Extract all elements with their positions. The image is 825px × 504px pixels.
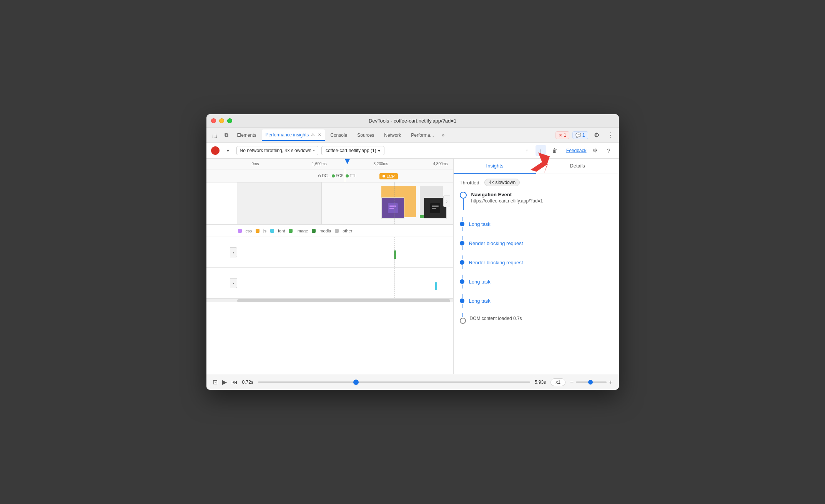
url-dropdown[interactable]: coffee-cart.netlify.app (1) ▾ [321, 146, 384, 155]
lcp-visual-section: › [206, 182, 453, 225]
other-legend-label: other [343, 229, 352, 233]
playback-slider[interactable] [258, 381, 530, 383]
tab-performance-insights[interactable]: Performance insights ⚠ ✕ [262, 129, 325, 141]
dom-content-loaded-label: DOM content loaded 0.7s [470, 316, 522, 321]
long-task-3-link[interactable]: Long task [469, 298, 491, 304]
error-badge[interactable]: ✕ 1 [556, 131, 569, 139]
nav-event-circle [460, 192, 467, 199]
help-icon[interactable]: ? [604, 145, 614, 156]
nav-event-content: Navigation Event https://coffee-cart.net… [471, 192, 613, 210]
insight-long-task-3: Long task [460, 294, 613, 308]
play-button[interactable]: ▶ [222, 378, 227, 386]
close-button[interactable] [211, 118, 216, 123]
render-blocking-2-link[interactable]: Render blocking request [469, 260, 523, 265]
tab-details[interactable]: Details [536, 159, 619, 174]
download-icon[interactable]: ↓ [536, 145, 546, 156]
dot-line-5 [460, 294, 464, 308]
dashed-line [394, 182, 394, 224]
feedback-link[interactable]: Feedback [566, 148, 587, 153]
svg-rect-3 [389, 208, 394, 209]
insight-render-blocking-2: Render blocking request [460, 255, 613, 269]
time-end-label: 5.93s [535, 380, 546, 385]
css-legend-label: css [246, 229, 252, 233]
record-button[interactable] [211, 146, 220, 155]
dcl-label: DCL [322, 174, 330, 178]
settings-button[interactable]: ⚙ [591, 130, 602, 141]
skip-start-button[interactable]: ⏮ [231, 379, 238, 386]
nav-event: Navigation Event https://coffee-cart.net… [460, 192, 613, 210]
insight-render-blocking-1: Render blocking request [460, 236, 613, 250]
error-icon: ✕ [559, 133, 562, 138]
expand-right-arrow[interactable]: › [443, 196, 450, 207]
tab-insights[interactable]: Insights [454, 159, 536, 174]
ruler-3200ms: 3,200ms [374, 162, 388, 166]
slider-thumb[interactable] [353, 380, 359, 385]
bottom-bar: ⊡ ▶ ⏮ 0.72s 5.93s x1 − + [206, 374, 619, 390]
dcl-marker: ⊙ DCL [318, 174, 330, 178]
sidebar-content: Throttled: 4× slowdown Navigation Event … [454, 174, 619, 374]
fcp-dot [332, 174, 335, 177]
markers-group: ⊙ DCL FCP TTI [318, 174, 356, 178]
record-dropdown[interactable]: ▾ [223, 145, 233, 156]
network-legend: css js font image media other [206, 225, 453, 237]
zoom-track[interactable] [576, 381, 607, 383]
minimize-button[interactable] [219, 118, 224, 123]
dot-line-1 [460, 217, 464, 231]
timeline-scrollbar[interactable] [206, 298, 453, 302]
tab-overflow-button[interactable]: » [439, 132, 447, 138]
slider-track[interactable] [258, 381, 530, 383]
message-icon: 💬 [576, 133, 581, 138]
expand-left-2[interactable]: › [230, 278, 237, 288]
delete-icon[interactable]: 🗑 [549, 145, 560, 156]
tab-network[interactable]: Network [379, 129, 406, 141]
settings-icon[interactable]: ⚙ [590, 145, 600, 156]
insight-long-task-1: Long task [460, 217, 613, 231]
lcp-marker: LCP [379, 172, 398, 179]
tab-elements[interactable]: Elements [233, 129, 261, 141]
maximize-button[interactable] [227, 118, 232, 123]
inspect-icon[interactable]: ⧉ [221, 130, 232, 141]
zoom-slider: − + [570, 379, 613, 386]
tab-performance[interactable]: Performa... [406, 129, 438, 141]
zoom-minus-button[interactable]: − [570, 379, 574, 386]
zoom-plus-button[interactable]: + [609, 379, 612, 386]
toolbar: ▾ No network throttling, 4× slowdown ▾ c… [206, 143, 619, 159]
font-legend-dot [270, 229, 274, 233]
url-dropdown-arrow-icon: ▾ [378, 148, 380, 153]
dot-5 [460, 298, 464, 303]
fcp-label: FCP [336, 174, 344, 178]
dot-line-3 [460, 255, 464, 269]
upload-icon[interactable]: ↑ [522, 145, 532, 156]
playhead-handle[interactable] [345, 159, 350, 164]
warning-icon: ⚠ [311, 132, 315, 137]
screenshot-toggle-icon[interactable]: ⊡ [213, 378, 218, 386]
js-legend-dot [256, 229, 259, 233]
lcp-chip: LCP [379, 173, 398, 179]
main-content: 0ms 1,600ms 3,200ms 4,800ms ⊙ DCL [206, 159, 619, 374]
speed-badge[interactable]: x1 [551, 378, 566, 386]
scrollbar-track [237, 299, 450, 302]
throttled-label: Throttled: [460, 180, 481, 186]
ruler-0ms: 0ms [252, 162, 259, 166]
long-task-1-link[interactable]: Long task [469, 221, 491, 227]
tab-console[interactable]: Console [326, 129, 352, 141]
svg-rect-2 [389, 206, 396, 207]
long-task-2-link[interactable]: Long task [469, 279, 491, 285]
expand-left-1[interactable]: › [230, 247, 237, 257]
dashed-line-3 [394, 268, 394, 298]
zoom-thumb[interactable] [588, 380, 593, 385]
more-button[interactable]: ⋮ [605, 130, 616, 141]
sidebar-panel: Insights Details Throttled: 4× slowdown [454, 159, 619, 374]
traffic-lights [211, 118, 232, 123]
message-badge[interactable]: 💬 1 [572, 131, 588, 139]
cursor-icon[interactable]: ⬚ [210, 130, 220, 141]
throttle-dropdown[interactable]: No network throttling, 4× slowdown ▾ [236, 146, 318, 155]
css-legend-dot [238, 229, 242, 233]
fcp-marker: FCP [332, 174, 344, 178]
render-blocking-1-link[interactable]: Render blocking request [469, 240, 523, 246]
nav-event-title: Navigation Event [471, 192, 613, 197]
tab-sources[interactable]: Sources [353, 129, 379, 141]
throttle-badge: 4× slowdown [484, 179, 520, 186]
tab-close-icon[interactable]: ✕ [318, 133, 321, 137]
devtools-window: DevTools - coffee-cart.netlify.app/?ad=1… [206, 114, 619, 390]
